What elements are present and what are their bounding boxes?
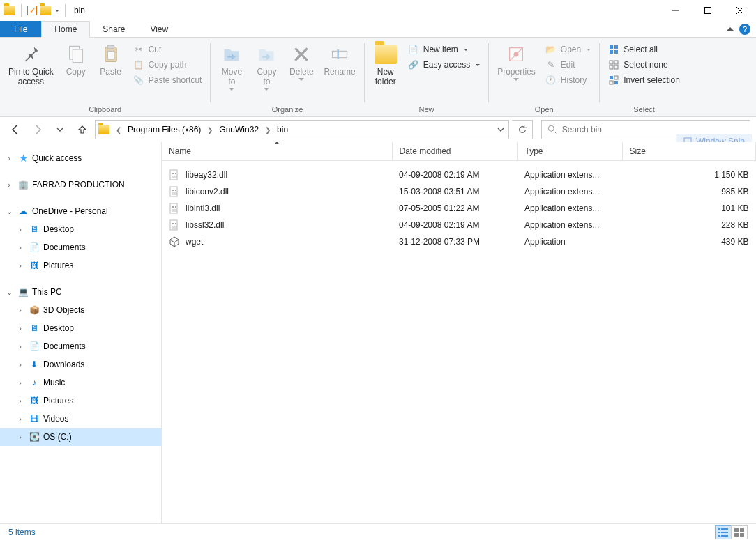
file-size: 985 KB: [622, 183, 756, 200]
address-bar-row: ❮ Program Files (x86) ❯ GnuWin32 ❯ bin: [0, 117, 756, 142]
new-folder-button[interactable]: New folder: [369, 40, 402, 86]
select-none-icon: [608, 59, 619, 70]
breadcrumb-segment[interactable]: Program Files (x86): [123, 121, 205, 139]
recent-locations-button[interactable]: [50, 120, 70, 139]
file-row[interactable]: libintl3.dll07-05-2005 01:22 AMApplicati…: [162, 200, 756, 217]
videos-icon: 🎞: [28, 412, 40, 425]
column-size[interactable]: Size: [622, 142, 756, 161]
search-box[interactable]: [541, 120, 750, 139]
file-row[interactable]: libeay32.dll04-09-2008 02:19 AMApplicati…: [162, 167, 756, 183]
tree-3d-objects[interactable]: ›📦 3D Objects: [0, 301, 161, 319]
building-icon: 🏢: [17, 178, 29, 191]
tree-os-c[interactable]: ›💽 OS (C:): [0, 428, 161, 446]
select-all-button[interactable]: Select all: [604, 42, 684, 57]
qat-properties-icon[interactable]: ✓: [27, 6, 37, 15]
svg-rect-10: [610, 45, 613, 49]
chevron-down-icon: [464, 49, 468, 51]
chevron-right-icon[interactable]: ›: [15, 225, 25, 233]
tree-music[interactable]: ›♪ Music: [0, 373, 161, 392]
chevron-right-icon[interactable]: ❯: [263, 126, 273, 134]
home-tab[interactable]: Home: [41, 21, 90, 38]
easy-access-button[interactable]: 🔗 Easy access: [404, 57, 484, 72]
pictures-icon: 🖼: [28, 394, 40, 407]
file-icon: [169, 203, 180, 214]
chevron-right-icon[interactable]: ›: [15, 261, 25, 270]
svg-point-25: [172, 173, 174, 174]
search-input[interactable]: [562, 125, 744, 134]
collapse-ribbon-icon[interactable]: [727, 27, 734, 31]
svg-rect-17: [614, 65, 618, 69]
chevron-down-icon[interactable]: ⌄: [4, 288, 14, 297]
history-icon: 🕐: [545, 75, 557, 86]
chevron-right-icon[interactable]: ❮: [114, 126, 123, 134]
documents-icon: 📄: [28, 241, 40, 254]
cut-button: ✂ Cut: [129, 42, 206, 57]
maximize-button[interactable]: [692, 0, 724, 21]
svg-rect-40: [718, 535, 720, 537]
share-tab[interactable]: Share: [90, 21, 137, 37]
invert-selection-button[interactable]: Invert selection: [604, 72, 684, 88]
cloud-icon: ☁: [17, 205, 29, 217]
file-tab[interactable]: File: [0, 21, 41, 37]
svg-rect-12: [610, 50, 613, 54]
chevron-down-icon: [476, 64, 480, 66]
details-view-button[interactable]: [715, 525, 732, 539]
tree-documents[interactable]: ›📄 Documents: [0, 337, 161, 355]
tree-onedrive-pictures[interactable]: › 🖼 Pictures: [0, 256, 161, 275]
paste-icon: [100, 43, 122, 65]
window-title: bin: [74, 6, 85, 15]
tree-quick-access[interactable]: › ★ Quick access: [0, 149, 161, 167]
breadcrumb-segment[interactable]: GnuWin32: [215, 121, 263, 139]
up-button[interactable]: [73, 120, 92, 139]
column-type[interactable]: Type: [517, 142, 622, 161]
file-list[interactable]: Name Date modified Type Size libeay32.dl…: [162, 142, 756, 523]
open-group-label: Open: [493, 104, 595, 116]
file-row[interactable]: libiconv2.dll15-03-2008 03:51 AMApplicat…: [162, 183, 756, 200]
address-bar[interactable]: ❮ Program Files (x86) ❯ GnuWin32 ❯ bin: [95, 120, 509, 139]
select-none-button[interactable]: Select none: [604, 57, 684, 72]
qat-folder-icon-2[interactable]: [40, 6, 51, 15]
sort-asc-icon: [274, 142, 280, 144]
back-button[interactable]: [6, 120, 25, 139]
tree-this-pc[interactable]: ⌄ 💻 This PC: [0, 283, 161, 301]
tree-onedrive-desktop[interactable]: › 🖥 Desktop: [0, 220, 161, 238]
pin-to-quick-access-button[interactable]: Pin to Quick access: [4, 40, 58, 86]
chevron-right-icon[interactable]: ›: [4, 154, 14, 162]
tree-pictures[interactable]: ›🖼 Pictures: [0, 392, 161, 410]
minimize-button[interactable]: [660, 0, 692, 21]
svg-rect-39: [721, 532, 728, 533]
svg-point-34: [172, 223, 174, 224]
tree-desktop[interactable]: ›🖥 Desktop: [0, 319, 161, 337]
qat-overflow-icon[interactable]: [55, 10, 59, 12]
column-date[interactable]: Date modified: [392, 142, 517, 161]
file-row[interactable]: libssl32.dll04-09-2008 02:19 AMApplicati…: [162, 217, 756, 233]
chevron-down-icon[interactable]: ⌄: [4, 207, 14, 216]
svg-point-28: [172, 190, 174, 191]
svg-rect-18: [610, 76, 613, 79]
close-button[interactable]: [724, 0, 756, 21]
tree-farrad[interactable]: › 🏢 FARRAD PRODUCTION: [0, 176, 161, 194]
help-button[interactable]: ?: [739, 24, 750, 35]
tree-onedrive-documents[interactable]: › 📄 Documents: [0, 238, 161, 256]
chevron-right-icon[interactable]: ❯: [205, 126, 215, 134]
chevron-right-icon[interactable]: ›: [4, 180, 14, 189]
tree-downloads[interactable]: ›⬇ Downloads: [0, 355, 161, 373]
file-row[interactable]: wget31-12-2008 07:33 PMApplication439 KB: [162, 233, 756, 250]
new-item-button[interactable]: 📄 New item: [404, 42, 484, 57]
column-name[interactable]: Name: [162, 142, 392, 161]
file-type: Application extens...: [517, 200, 622, 217]
tree-videos[interactable]: ›🎞 Videos: [0, 410, 161, 428]
file-type: Application extens...: [517, 217, 622, 233]
ribbon: Pin to Quick access Copy Paste ✂ Cut 📋 C…: [0, 38, 756, 117]
thumbnails-view-button[interactable]: [731, 525, 748, 539]
navigation-pane[interactable]: › ★ Quick access › 🏢 FARRAD PRODUCTION ⌄…: [0, 142, 162, 523]
tree-onedrive[interactable]: ⌄ ☁ OneDrive - Personal: [0, 202, 161, 220]
copy-to-icon: [255, 43, 278, 65]
file-name: libeay32.dll: [186, 170, 227, 180]
breadcrumb-segment[interactable]: bin: [273, 121, 292, 139]
address-history-button[interactable]: [492, 121, 508, 139]
view-tab[interactable]: View: [137, 21, 181, 37]
separator: [21, 4, 22, 17]
refresh-button[interactable]: [512, 120, 533, 139]
chevron-right-icon[interactable]: ›: [15, 243, 25, 252]
